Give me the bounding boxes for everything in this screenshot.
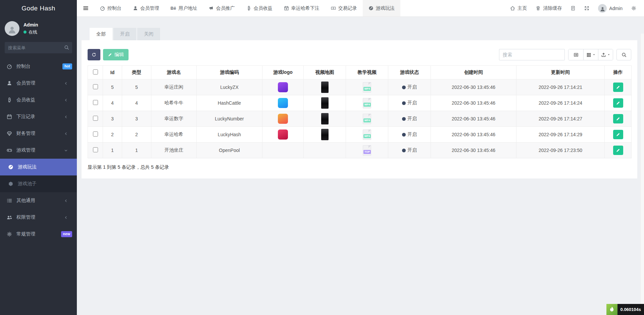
action-cell (605, 80, 632, 95)
row-checkbox[interactable] (93, 100, 98, 105)
topnav-item-dashboard[interactable]: 控制台 (94, 0, 127, 16)
tab-关闭[interactable]: 关闭 (137, 28, 160, 40)
export-button[interactable] (598, 49, 613, 60)
debug-time-badge[interactable]: 0.060104s (606, 304, 644, 315)
scrollbar-track[interactable] (640, 34, 644, 315)
column-header[interactable]: 类型 (122, 66, 151, 80)
account-menu[interactable]: Admin (594, 0, 627, 16)
sidebar-item-gem[interactable]: 财务管理 (0, 125, 77, 142)
topnav-item-behance[interactable]: Bē用户地址 (165, 0, 203, 16)
calendar-icon (7, 114, 12, 119)
topnav-item-user[interactable]: 会员管理 (127, 0, 165, 16)
topnav-item-label: 用户地址 (179, 5, 197, 11)
edit-row-button[interactable] (613, 130, 623, 139)
search-button[interactable] (616, 49, 631, 60)
sidebar-item-bitcoin[interactable]: 会员收益 (0, 92, 77, 108)
table-panel: 编辑 (82, 40, 637, 178)
menu-toggle-button[interactable] (77, 0, 94, 16)
columns-button[interactable] (583, 49, 598, 60)
sidebar-item-label: 权限管理 (16, 214, 64, 220)
sidebar-item-extras (64, 82, 72, 85)
user-status-label: 在线 (29, 29, 37, 35)
sidebar-item-users[interactable]: 权限管理 (0, 209, 77, 226)
sidebar-item-cog[interactable]: 常规管理 new (0, 226, 77, 243)
topnav-item-megaphone[interactable]: 会员推广 (203, 0, 241, 16)
tab-全部[interactable]: 全部 (90, 28, 112, 40)
status-dot (402, 133, 406, 137)
column-header[interactable]: 视频地图 (304, 66, 346, 80)
column-header[interactable]: 操作 (605, 66, 632, 80)
sidebar-item-extras: new (61, 231, 72, 237)
clear-cache-link[interactable]: 清除缓存 (531, 0, 566, 16)
topnav-item-circlehash[interactable]: 游戏玩法 (363, 0, 400, 16)
column-header[interactable]: 创建时间 (431, 66, 516, 80)
created-cell: 2022-06-30 13:45:46 (431, 143, 516, 158)
row-checkbox[interactable] (93, 132, 98, 137)
sidebar-item-cube[interactable]: 游戏池子 (0, 175, 77, 192)
content: 全部开启关闭 编辑 (77, 17, 644, 315)
column-header[interactable]: 游戏logo (262, 66, 304, 80)
game-code-cell: LuckyHash (197, 127, 262, 143)
sidebar-item-dashboard[interactable]: 控制台 hot (0, 58, 77, 75)
topnav-item-banknote[interactable]: 交易记录 (325, 0, 363, 16)
settings-button[interactable] (627, 0, 641, 16)
edit-row-button[interactable] (613, 114, 623, 123)
flame-icon[interactable] (606, 304, 617, 315)
row-checkbox[interactable] (93, 147, 98, 152)
fullscreen-button[interactable] (580, 0, 594, 16)
search-icon[interactable] (64, 45, 69, 50)
status-dot (402, 101, 406, 105)
game-logo-cell (262, 111, 304, 127)
sidebar-item-label: 游戏管理 (16, 147, 64, 153)
tab-开启[interactable]: 开启 (113, 28, 136, 40)
sidebar-item-extras (64, 98, 72, 102)
sidebar-item-calendar[interactable]: 下注记录 (0, 108, 77, 125)
tutorial-video-file-icon: MP4 (363, 82, 371, 93)
expand-icon (584, 6, 589, 11)
refresh-button[interactable] (88, 49, 100, 60)
video-map-cell (304, 111, 346, 127)
language-button[interactable] (566, 0, 580, 16)
sidebar-item-label: 会员收益 (16, 97, 64, 103)
type-cell: 1 (122, 143, 151, 158)
sidebar-item-label: 会员管理 (16, 80, 64, 86)
sidebar-menu: 控制台 hot 会员管理 会员收益 下注记录 财务管理 游戏管理 游戏玩法 游戏… (0, 58, 77, 243)
column-header[interactable]: Id (103, 66, 122, 80)
topnav-item-calplus[interactable]: 幸运哈希下注 (278, 0, 325, 16)
topnav-item-bitcoin[interactable]: 会员收益 (241, 0, 278, 16)
home-link[interactable]: 主页 (506, 0, 531, 16)
sidebar-item-gamepad[interactable]: 游戏管理 (0, 142, 77, 159)
column-header[interactable]: 教学视频 (346, 66, 388, 80)
edit-row-button[interactable] (613, 83, 623, 92)
tutorial-video-cell: MP4 (346, 95, 388, 111)
edit-row-button[interactable] (613, 98, 623, 108)
table-search-input[interactable] (499, 49, 565, 60)
column-header[interactable]: 更新时间 (516, 66, 605, 80)
select-all-checkbox[interactable] (93, 69, 98, 74)
row-checkbox[interactable] (93, 116, 98, 121)
dashboard-icon (7, 64, 12, 69)
row-checkbox[interactable] (93, 84, 98, 89)
sidebar-search-input[interactable] (5, 42, 72, 53)
edit-row-button[interactable] (613, 146, 623, 155)
behance-icon: Bē (170, 6, 176, 11)
id-cell: 5 (103, 80, 122, 95)
table-row: 3 3 幸运数字 LuckyNumber MP4 开启 2022-06-30 1… (88, 111, 632, 127)
user-info: Admin 在线 (23, 22, 38, 35)
records-summary: 显示第 1 到第 5 条记录，总共 5 条记录 (88, 164, 631, 170)
sidebar-item-circlehash[interactable]: 游戏玩法 (0, 159, 77, 175)
updated-cell: 2022-09-26 17:14:27 (516, 111, 605, 127)
sidebar-item-user[interactable]: 会员管理 (0, 75, 77, 92)
gem-icon (7, 131, 12, 136)
game-logo-cell (262, 127, 304, 143)
sidebar-item-list[interactable]: 其他通用 (0, 192, 77, 209)
game-name-cell: 幸运庄闲 (151, 80, 197, 95)
chevron-left-icon (64, 115, 68, 119)
column-header[interactable]: 游戏编码 (197, 66, 262, 80)
detail-view-button[interactable] (568, 49, 583, 60)
status-dot (402, 117, 406, 121)
caret-down-icon (593, 53, 595, 56)
column-header[interactable]: 游戏状态 (388, 66, 431, 80)
column-header[interactable]: 游戏名 (151, 66, 197, 80)
edit-button[interactable]: 编辑 (103, 49, 129, 60)
